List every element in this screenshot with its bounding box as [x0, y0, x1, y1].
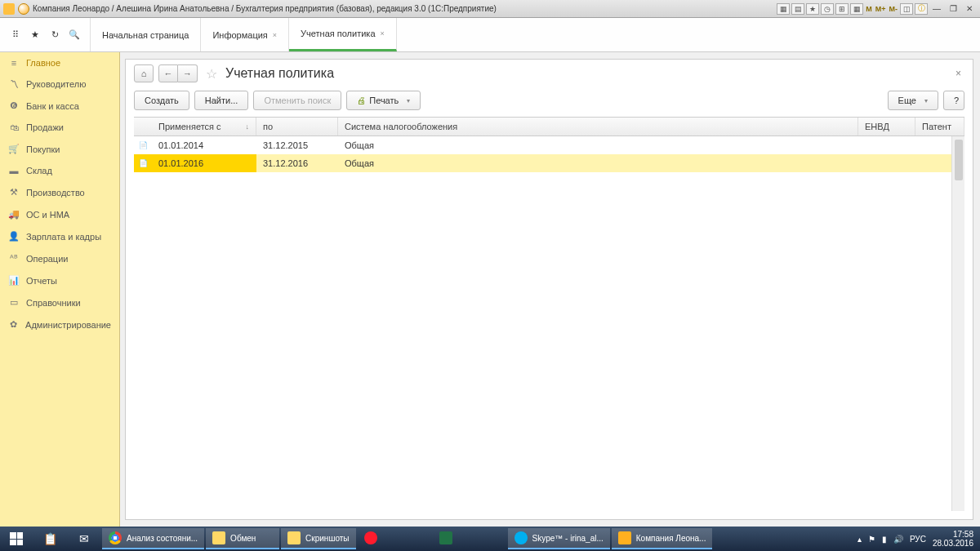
cell-from: 01.01.2014	[152, 136, 256, 154]
operations-icon: ᴬᴮ	[8, 253, 20, 264]
table-row[interactable]: 📄 01.01.2014 31.12.2015 Общая	[134, 136, 964, 154]
person-icon: 👤	[8, 231, 20, 242]
vertical-scrollbar[interactable]	[951, 136, 964, 511]
tab-close-icon[interactable]: ×	[273, 31, 277, 39]
tool-button[interactable]: ▤	[791, 3, 804, 15]
system-tray[interactable]: ▴ ⚑ ▮ 🔊 РУС 17:58 28.03.2016	[851, 530, 980, 548]
main-tabbar: ⠿ ★ ↻ 🔍 Начальная страница Информация× У…	[0, 18, 980, 52]
sidebar-item-catalogs[interactable]: ▭Справочники	[0, 291, 119, 313]
star-icon[interactable]: ★	[28, 28, 42, 42]
sidebar-item-main[interactable]: ≡Главное	[0, 52, 119, 73]
taskbar-item-skype[interactable]: Skype™ - irina_al...	[508, 528, 610, 549]
table-row[interactable]: 📄 01.01.2016 31.12.2016 Общая	[134, 154, 964, 172]
history-icon[interactable]: ↻	[47, 28, 62, 42]
tab-start-page[interactable]: Начальная страница	[91, 18, 201, 51]
tab-information[interactable]: Информация×	[201, 18, 289, 51]
column-envd[interactable]: ЕНВД	[858, 118, 915, 136]
sidebar-item-purchases[interactable]: 🛒Покупки	[0, 138, 119, 160]
back-button[interactable]: ←	[158, 64, 178, 82]
taskbar-item-excel[interactable]	[433, 528, 506, 549]
bank-icon: ❻	[8, 100, 20, 111]
print-button[interactable]: 🖨Печать	[346, 91, 421, 110]
restore-button[interactable]: ❐	[946, 3, 960, 15]
chrome-icon	[109, 531, 122, 544]
zoom-mminus-button[interactable]: M-	[889, 3, 899, 15]
help-button[interactable]: ?	[943, 91, 964, 110]
column-system[interactable]: Система налогообложения	[338, 118, 858, 136]
sidebar-item-admin[interactable]: ✿Администрирование	[0, 313, 119, 335]
scroll-thumb[interactable]	[955, 140, 963, 180]
tab-close-icon[interactable]: ×	[381, 29, 385, 38]
forward-button[interactable]: →	[178, 64, 198, 82]
taskbar-item-1c[interactable]: Компания Леона...	[612, 528, 713, 549]
network-icon[interactable]: ▮	[882, 535, 887, 544]
more-button[interactable]: Еще	[888, 91, 938, 110]
column-from[interactable]: Применяется с↓	[134, 118, 256, 136]
sidebar-item-operations[interactable]: ᴬᴮОперации	[0, 247, 119, 269]
row-icon: 📄	[134, 159, 152, 167]
data-grid: Применяется с↓ по Система налогообложени…	[134, 117, 964, 511]
apps-grid-icon[interactable]: ⠿	[8, 28, 23, 42]
sidebar-item-reports[interactable]: 📊Отчеты	[0, 269, 119, 291]
sidebar-item-assets[interactable]: 🚚ОС и НМА	[0, 203, 119, 225]
home-button[interactable]: ⌂	[134, 64, 154, 82]
sidebar-item-sales[interactable]: 🛍Продажи	[0, 117, 119, 138]
cancel-search-button[interactable]: Отменить поиск	[253, 91, 341, 110]
grid-body: 📄 01.01.2014 31.12.2015 Общая 📄 01.01.20…	[134, 136, 964, 511]
volume-icon[interactable]: 🔊	[893, 535, 903, 544]
tab-accounting-policy[interactable]: Учетная политика×	[289, 18, 397, 51]
tool-button[interactable]: ◷	[821, 3, 834, 15]
calculator-icon[interactable]: ⊞	[835, 3, 849, 15]
create-button[interactable]: Создать	[134, 91, 189, 110]
cell-system: Общая	[338, 136, 858, 154]
pinned-app[interactable]: 📋	[33, 527, 67, 551]
gear-icon: ✿	[8, 319, 19, 330]
opera-icon	[364, 531, 377, 544]
reports-icon: 📊	[8, 275, 20, 286]
sidebar-item-manager[interactable]: 〽Руководителю	[0, 73, 119, 95]
tool-button[interactable]: ▦	[777, 3, 790, 15]
column-to[interactable]: по	[256, 118, 338, 136]
skype-icon	[514, 531, 528, 544]
taskbar-item-folder[interactable]: Скриншоты	[281, 528, 355, 549]
sidebar-item-hr[interactable]: 👤Зарплата и кадры	[0, 225, 119, 247]
favorite-icon[interactable]: ★	[806, 3, 819, 15]
close-button[interactable]: ✕	[962, 3, 977, 15]
app-menu-dropdown-icon[interactable]	[18, 3, 29, 15]
excel-icon	[439, 531, 452, 544]
minimize-button[interactable]: —	[929, 3, 944, 15]
search-icon[interactable]: 🔍	[67, 28, 82, 42]
clock[interactable]: 17:58 28.03.2016	[933, 530, 973, 548]
page-header: ⌂ ← → ☆ Учетная политика ×	[126, 60, 973, 87]
close-page-button[interactable]: ×	[952, 68, 964, 79]
sort-indicator-icon: ↓	[246, 122, 250, 131]
windows-logo-icon	[10, 532, 23, 545]
command-toolbar: Создать Найти... Отменить поиск 🖨Печать …	[126, 87, 973, 117]
taskbar-item-folder[interactable]: Обмен	[206, 528, 279, 549]
flag-icon[interactable]: ⚑	[868, 535, 875, 544]
language-indicator[interactable]: РУС	[910, 535, 926, 544]
home-icon: ≡	[8, 58, 20, 68]
favorite-star-icon[interactable]: ☆	[206, 66, 217, 82]
zoom-m-button[interactable]: M	[865, 3, 873, 15]
column-patent[interactable]: Патент	[915, 118, 964, 136]
production-icon: ⚒	[8, 187, 20, 198]
taskbar-item-chrome[interactable]: Анализ состояни...	[102, 528, 204, 549]
windows-taskbar: 📋 ✉ Анализ состояни... Обмен Скриншоты S…	[0, 527, 980, 551]
window-titlebar: Компания Леонардо / Алешина Ирина Анатол…	[0, 0, 980, 18]
start-button[interactable]	[0, 527, 33, 551]
find-button[interactable]: Найти...	[194, 91, 249, 110]
zoom-mplus-button[interactable]: M+	[875, 3, 887, 15]
info-icon[interactable]: ⓘ	[915, 3, 928, 15]
sidebar-item-warehouse[interactable]: ▬Склад	[0, 160, 119, 181]
book-icon: ▭	[8, 297, 20, 308]
tray-chevron-icon[interactable]: ▴	[858, 535, 862, 544]
sidebar-item-production[interactable]: ⚒Производство	[0, 181, 119, 203]
pinned-app[interactable]: ✉	[67, 527, 101, 551]
sidebar-item-bank[interactable]: ❻Банк и касса	[0, 95, 119, 117]
panels-icon[interactable]: ◫	[900, 3, 913, 15]
folder-icon	[212, 531, 225, 544]
grid-header: Применяется с↓ по Система налогообложени…	[134, 118, 964, 136]
calendar-icon[interactable]: ▦	[850, 3, 863, 15]
taskbar-item-opera[interactable]	[358, 528, 431, 549]
